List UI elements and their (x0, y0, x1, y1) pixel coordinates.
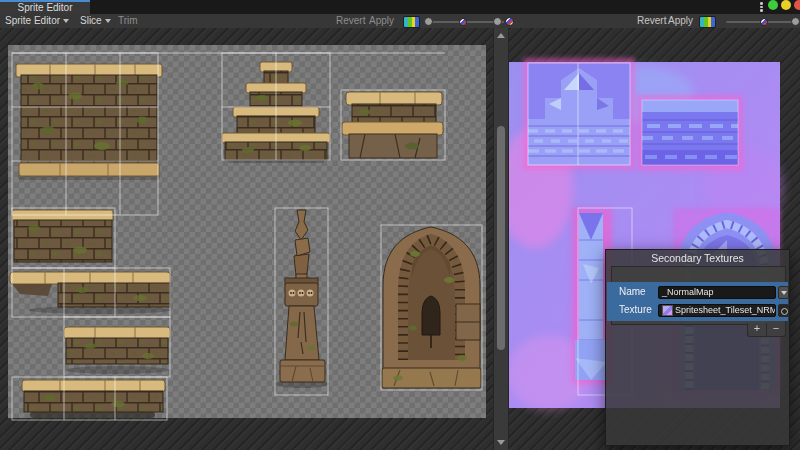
sprite-wall-large[interactable] (16, 64, 162, 180)
apply-button-right[interactable]: Apply (668, 14, 693, 28)
revert-label: Revert (637, 15, 666, 26)
sprite-platform-medium[interactable] (64, 327, 170, 374)
tab-bar: Sprite Editor (0, 0, 800, 14)
sprite-wall-small[interactable] (12, 210, 113, 262)
sprite-platform-bottom[interactable] (22, 380, 165, 418)
add-secondary-texture-button[interactable]: + (748, 323, 766, 336)
name-dropdown-button[interactable] (778, 286, 789, 299)
texture-label: Texture (619, 304, 652, 315)
apply-button-left[interactable]: Apply (369, 14, 394, 28)
tab-title: Sprite Editor (17, 2, 72, 13)
sprite-editor-mode-dropdown[interactable]: Sprite Editor (5, 14, 69, 28)
slice-dropdown[interactable]: Slice (80, 14, 111, 28)
name-label: Name (619, 286, 646, 297)
window-control-green[interactable] (768, 0, 778, 10)
object-picker-icon (781, 308, 788, 315)
sprite-arch-door[interactable] (382, 227, 481, 388)
mip-large-icon (505, 17, 514, 26)
nrm-stairs-wall-block (523, 58, 635, 170)
chevron-down-icon (105, 19, 111, 23)
sprite-platform-block[interactable] (342, 92, 443, 158)
slice-label: Slice (80, 15, 102, 26)
unity-sprite-editor-window: { "tab": { "title": "Sprite Editor" }, "… (0, 0, 800, 450)
mip-small-icon (760, 18, 768, 26)
object-picker-button[interactable] (778, 304, 789, 317)
scroll-up-icon[interactable] (497, 33, 505, 38)
spritesheet-image (0, 28, 493, 450)
zoom-slider-handle[interactable] (424, 17, 433, 26)
list-footer: + − (747, 323, 786, 337)
chevron-down-icon (781, 291, 787, 295)
scrollbar-thumb[interactable] (497, 126, 505, 350)
chevron-down-icon (63, 19, 69, 23)
revert-button-left[interactable]: Revert (336, 14, 365, 28)
texture-object-field[interactable]: Spritesheet_Tileset_NRM (658, 304, 776, 317)
vertical-scrollbar[interactable] (493, 28, 509, 450)
secondary-texture-entry[interactable]: Name _NormalMap Texture Spritesheet_Tile… (607, 282, 788, 321)
name-dropdown-field[interactable]: _NormalMap (658, 286, 776, 299)
texture-object-name: Spritesheet_Tileset_NRM (675, 305, 776, 316)
sprite-editor-toolbar: Sprite Editor Slice Trim Revert Apply Re… (0, 14, 800, 29)
window-control-red[interactable] (794, 0, 800, 10)
mip-small-icon (459, 18, 467, 26)
rgb-alpha-toggle-icon[interactable] (699, 16, 716, 28)
revert-label: Revert (336, 15, 365, 26)
remove-secondary-texture-button[interactable]: − (767, 323, 785, 336)
mip-slider-handle[interactable] (493, 17, 502, 26)
nrm-wall-block (637, 95, 743, 171)
trim-button[interactable]: Trim (118, 14, 138, 28)
apply-label: Apply (668, 15, 693, 26)
sprite-platform-long[interactable] (10, 272, 172, 314)
revert-button-right[interactable]: Revert (637, 14, 666, 28)
sprite-editor-mode-label: Sprite Editor (5, 15, 60, 26)
scroll-down-icon[interactable] (497, 440, 505, 445)
tab-sprite-editor[interactable]: Sprite Editor (0, 0, 90, 14)
apply-label: Apply (369, 15, 394, 26)
zoom-slider-handle-right[interactable] (791, 17, 800, 26)
spritesheet-canvas[interactable] (0, 28, 493, 450)
window-control-yellow[interactable] (781, 0, 791, 10)
rgb-alpha-toggle-icon[interactable] (403, 16, 420, 28)
secondary-textures-panel: Secondary Textures Name _NormalMap Textu… (605, 249, 790, 446)
panel-title: Secondary Textures (606, 252, 789, 264)
texture-thumbnail (662, 305, 673, 316)
sprite-pillar[interactable] (274, 210, 330, 388)
trim-label: Trim (118, 15, 138, 26)
more-options-icon[interactable] (760, 2, 763, 13)
